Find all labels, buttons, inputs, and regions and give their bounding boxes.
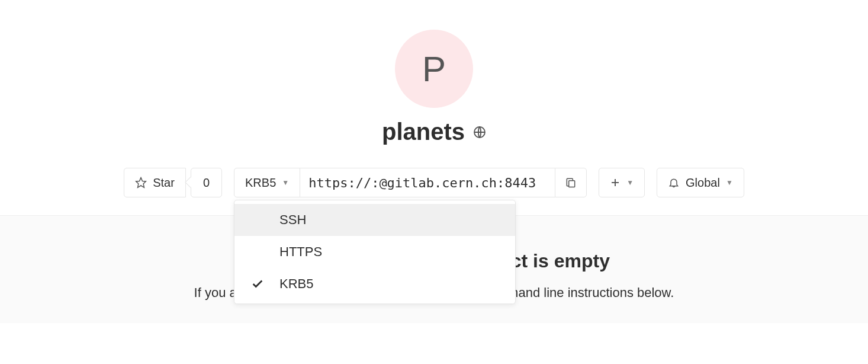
star-label: Star — [153, 176, 175, 190]
avatar-letter: P — [422, 49, 446, 90]
project-name: planets — [382, 119, 465, 145]
add-dropdown-button[interactable]: ▼ — [599, 168, 645, 197]
protocol-option-ssh[interactable]: SSH — [234, 204, 515, 236]
protocol-option-label: KRB5 — [279, 276, 313, 291]
notification-label: Global — [686, 176, 720, 190]
protocol-selected-label: KRB5 — [245, 176, 276, 190]
notification-dropdown-button[interactable]: Global ▼ — [657, 168, 744, 197]
protocol-dropdown-menu: SSH HTTPS KRB5 — [234, 200, 516, 304]
copy-url-button[interactable] — [555, 168, 587, 197]
protocol-dropdown-button[interactable]: KRB5 ▼ — [234, 168, 300, 197]
copy-icon — [565, 177, 577, 189]
star-count: 0 — [191, 168, 222, 197]
globe-icon — [473, 126, 486, 139]
project-avatar: P — [395, 30, 473, 108]
protocol-option-https[interactable]: HTTPS — [234, 236, 515, 268]
chevron-down-icon: ▼ — [626, 178, 634, 187]
project-title: planets — [382, 119, 486, 145]
protocol-option-label: SSH — [279, 212, 306, 227]
star-icon — [135, 177, 147, 189]
star-count-value: 0 — [203, 176, 210, 190]
bell-icon — [668, 177, 680, 189]
svg-marker-1 — [136, 178, 146, 188]
plus-icon — [610, 177, 621, 188]
chevron-down-icon: ▼ — [726, 178, 733, 187]
clone-url-input[interactable] — [300, 168, 555, 197]
protocol-option-label: HTTPS — [279, 244, 322, 259]
star-button[interactable]: Star — [124, 168, 186, 197]
protocol-option-krb5[interactable]: KRB5 — [234, 268, 515, 300]
check-icon — [251, 277, 264, 290]
chevron-down-icon: ▼ — [282, 178, 289, 187]
svg-rect-2 — [569, 181, 575, 187]
